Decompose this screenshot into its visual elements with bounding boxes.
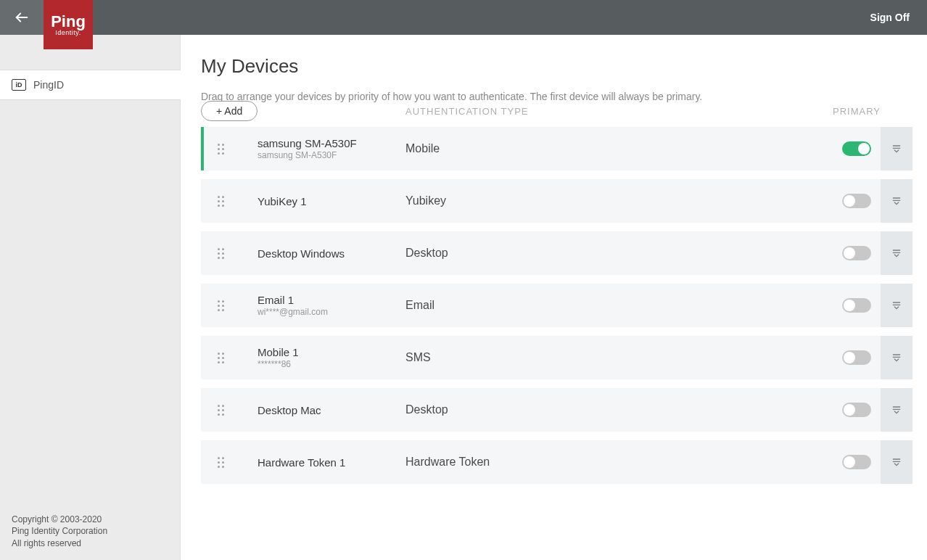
expand-button[interactable] — [881, 284, 912, 327]
topbar-left: Ping Identity. — [0, 0, 93, 35]
primary-toggle[interactable] — [842, 298, 871, 313]
table-header: + Add AUTHENTICATION TYPE PRIMARY — [201, 101, 912, 121]
device-name-cell: YubiKey 1 — [237, 195, 405, 207]
device-name-cell: Desktop Mac — [237, 404, 405, 416]
primary-toggle-cell — [833, 350, 881, 365]
primary-toggle[interactable] — [842, 194, 871, 208]
expand-icon — [891, 404, 902, 416]
device-row: Desktop WindowsDesktop — [201, 231, 912, 275]
device-name-cell: Hardware Token 1 — [237, 456, 405, 469]
sidebar-item-pingid[interactable]: iD PingID — [0, 70, 180, 100]
expand-icon — [891, 300, 902, 311]
logo-main-text: Ping — [51, 14, 86, 30]
drag-handle[interactable] — [201, 457, 237, 468]
device-name-cell: Email 1wi****@gmail.com — [237, 294, 405, 317]
footer-rights: All rights reserved — [12, 538, 168, 550]
back-button[interactable] — [0, 0, 44, 35]
device-row: samsung SM-A530Fsamsung SM-A530FMobile — [201, 127, 912, 170]
expand-button[interactable] — [881, 179, 912, 223]
device-auth-type: Mobile — [405, 142, 833, 155]
arrow-left-icon — [14, 9, 30, 25]
device-row: Mobile 1*******86SMS — [201, 336, 912, 379]
footer-copyright: Copyright © 2003-2020 — [12, 514, 168, 526]
primary-toggle-cell — [833, 194, 881, 208]
device-auth-type: Hardware Token — [405, 456, 833, 469]
primary-toggle[interactable] — [842, 403, 871, 417]
sign-off-link[interactable]: Sign Off — [870, 12, 910, 23]
column-primary: PRIMARY — [833, 106, 912, 117]
device-name: Desktop Windows — [258, 247, 405, 260]
device-list: samsung SM-A530Fsamsung SM-A530FMobileYu… — [201, 127, 912, 484]
device-name-cell: Desktop Windows — [237, 247, 405, 260]
device-row: Hardware Token 1Hardware Token — [201, 440, 912, 484]
device-name-cell: Mobile 1*******86 — [237, 346, 405, 369]
logo-sub-text: Identity. — [55, 29, 81, 36]
primary-toggle-cell — [833, 141, 881, 156]
expand-icon — [891, 352, 902, 363]
device-name-cell: samsung SM-A530Fsamsung SM-A530F — [237, 137, 405, 160]
device-name: Desktop Mac — [258, 404, 405, 416]
primary-toggle[interactable] — [842, 350, 871, 365]
device-name: Mobile 1 — [258, 346, 405, 358]
footer-company: Ping Identity Corporation — [12, 525, 168, 538]
expand-icon — [891, 456, 902, 468]
sidebar: iD PingID Copyright © 2003-2020 Ping Ide… — [0, 35, 181, 560]
expand-icon — [891, 247, 902, 259]
page-title: My Devices — [201, 55, 912, 78]
ping-logo: Ping Identity. — [44, 0, 93, 49]
topbar: Ping Identity. Sign Off — [0, 0, 927, 35]
drag-handle[interactable] — [201, 144, 237, 155]
device-name: samsung SM-A530F — [258, 137, 405, 149]
primary-toggle[interactable] — [842, 141, 871, 156]
main-content: My Devices Drag to arrange your devices … — [181, 35, 927, 560]
drag-handle[interactable] — [201, 300, 237, 311]
primary-toggle-cell — [833, 403, 881, 417]
device-auth-type: Email — [405, 299, 833, 312]
sidebar-item-label: PingID — [33, 79, 64, 91]
primary-toggle-cell — [833, 246, 881, 260]
drag-handle[interactable] — [201, 405, 237, 416]
expand-icon — [891, 195, 902, 207]
expand-button[interactable] — [881, 127, 912, 170]
primary-toggle[interactable] — [842, 246, 871, 260]
device-sub: wi****@gmail.com — [258, 307, 405, 317]
expand-button[interactable] — [881, 388, 912, 432]
expand-button[interactable] — [881, 440, 912, 484]
drag-handle[interactable] — [201, 353, 237, 363]
primary-toggle[interactable] — [842, 455, 871, 469]
device-row: YubiKey 1Yubikey — [201, 179, 912, 223]
device-row: Desktop MacDesktop — [201, 388, 912, 432]
drag-handle[interactable] — [201, 196, 237, 207]
column-auth-type: AUTHENTICATION TYPE — [405, 106, 833, 117]
sidebar-footer: Copyright © 2003-2020 Ping Identity Corp… — [0, 503, 180, 560]
device-auth-type: SMS — [405, 351, 833, 364]
drag-handle[interactable] — [201, 248, 237, 259]
expand-icon — [891, 143, 902, 155]
device-auth-type: Yubikey — [405, 194, 833, 207]
device-auth-type: Desktop — [405, 247, 833, 260]
add-button[interactable]: + Add — [201, 101, 258, 121]
primary-toggle-cell — [833, 455, 881, 469]
primary-toggle-cell — [833, 298, 881, 313]
device-name: Email 1 — [258, 294, 405, 306]
device-sub: samsung SM-A530F — [258, 150, 405, 160]
pingid-icon: iD — [12, 79, 26, 91]
device-row: Email 1wi****@gmail.comEmail — [201, 284, 912, 327]
device-name: Hardware Token 1 — [258, 456, 405, 469]
expand-button[interactable] — [881, 336, 912, 379]
device-name: YubiKey 1 — [258, 195, 405, 207]
device-auth-type: Desktop — [405, 403, 833, 416]
device-sub: *******86 — [258, 359, 405, 369]
expand-button[interactable] — [881, 231, 912, 275]
